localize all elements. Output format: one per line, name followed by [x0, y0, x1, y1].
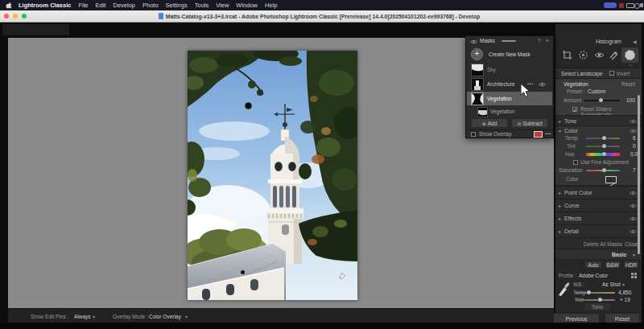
basic-tint-slider[interactable] — [575, 299, 615, 301]
show-overlay-checkbox[interactable] — [471, 132, 476, 137]
apple-icon[interactable] — [6, 2, 12, 9]
bw-button[interactable]: B&W — [605, 261, 621, 269]
control-center-icon[interactable] — [634, 3, 640, 9]
tint-value[interactable]: 0 — [633, 143, 636, 149]
hdr-button[interactable]: HDR — [623, 261, 639, 269]
menu-settings[interactable]: Settings — [166, 2, 188, 9]
edit-pin[interactable] — [241, 270, 245, 274]
heal-tool-icon[interactable] — [578, 50, 588, 60]
masks-drag-handle[interactable] — [502, 40, 516, 42]
menu-file[interactable]: File — [78, 2, 88, 9]
basic-collapse-icon[interactable]: ▾ — [633, 252, 635, 257]
subtract-icon: ⊖ — [517, 121, 521, 126]
amount-value[interactable]: 100 — [626, 97, 635, 103]
curve-eye-icon[interactable] — [630, 204, 637, 208]
battery-icon[interactable] — [626, 3, 634, 8]
status-red-icon[interactable] — [619, 3, 624, 8]
screen-recording-indicator[interactable] — [604, 2, 617, 8]
masks-eye-icon[interactable] — [470, 39, 477, 44]
close-window-button[interactable] — [4, 14, 9, 19]
amount-slider[interactable] — [584, 100, 620, 101]
color-eye-icon[interactable] — [630, 129, 637, 134]
menu-develop[interactable]: Develop — [113, 2, 135, 9]
mask-item-vegetation-selected[interactable]: Vegetation — [467, 92, 552, 105]
masks-dock-icon[interactable]: » — [546, 38, 549, 43]
menu-app-name[interactable]: Lightroom Classic — [19, 2, 71, 9]
add-mask-button[interactable]: ⊕ Add — [471, 118, 508, 128]
saturation-value[interactable]: 7 — [633, 167, 636, 173]
tone-eye-icon[interactable] — [630, 119, 637, 124]
show-edit-pins-dropdown[interactable]: Always — [74, 314, 91, 319]
auto-button[interactable]: Auto — [584, 261, 602, 269]
menu-view[interactable]: View — [216, 2, 229, 9]
section-tone[interactable]: ▸ Tone — [555, 115, 642, 125]
section-point-color[interactable]: ▸ Point Color — [555, 186, 642, 199]
tint-slider[interactable] — [586, 146, 620, 147]
point-color-eye-icon[interactable] — [630, 191, 637, 195]
overlay-mode-dropdown[interactable]: Color Overlay — [149, 314, 181, 319]
minimize-window-button[interactable] — [13, 14, 18, 19]
basic-temp-value[interactable]: 4,850 — [618, 290, 631, 295]
basic-tint-value[interactable]: + 19 — [620, 297, 630, 302]
masking-tool-icon[interactable] — [625, 50, 635, 60]
create-new-mask-button[interactable]: + — [471, 48, 483, 60]
mask-subitem-vegetation[interactable]: Vegetation — [466, 106, 553, 117]
menu-tools[interactable]: Tools — [195, 2, 209, 9]
tone-subsection-label: Tone — [584, 303, 610, 310]
fine-adjustment-checkbox[interactable] — [573, 160, 578, 165]
overlay-color-swatch[interactable] — [534, 131, 543, 138]
histogram-panel-header[interactable]: Histogram — [596, 39, 621, 44]
temp-slider[interactable] — [586, 138, 620, 139]
temp-label: Temp — [565, 135, 578, 141]
section-detail[interactable]: ▸ Detail — [555, 224, 642, 237]
wb-value-dropdown[interactable]: As Shot — [602, 282, 621, 287]
hue-slider[interactable] — [586, 153, 620, 156]
section-curve[interactable]: ▸ Curve — [555, 199, 642, 212]
profile-value-dropdown[interactable]: Adobe Color — [579, 273, 608, 278]
remove-tool-icon[interactable] — [609, 50, 619, 60]
mask-item-architecture[interactable]: Architecture ••• — [466, 77, 553, 91]
profile-browser-icon[interactable] — [631, 273, 637, 278]
overlay-more-options-icon[interactable]: ••• — [545, 131, 551, 136]
masks-help-icon[interactable]: ? — [538, 38, 541, 43]
menu-help[interactable]: Help — [265, 2, 277, 9]
mask-item-sky[interactable]: Sky — [466, 63, 553, 76]
mask-thumbnail — [477, 107, 488, 117]
basic-panel-header[interactable]: Basic ▾ — [555, 249, 642, 259]
red-eye-tool-icon[interactable] — [594, 50, 605, 60]
preset-value-dropdown[interactable]: Custom — [588, 88, 605, 94]
basic-temp-slider[interactable] — [575, 292, 615, 294]
subtract-button-label: Subtract — [522, 121, 542, 126]
delete-all-masks-button[interactable]: Delete All Masks — [584, 241, 622, 247]
select-landscape-bar[interactable]: Select Landscape Invert — [555, 68, 642, 78]
detail-eye-icon[interactable] — [630, 229, 637, 234]
chevron-down-icon: ▾ — [185, 314, 188, 319]
menu-window[interactable]: Window — [236, 2, 258, 9]
mouse-cursor — [520, 83, 531, 99]
temp-value[interactable]: 6 — [633, 135, 636, 141]
photo-church-steeple[interactable] — [188, 51, 357, 300]
invert-checkbox[interactable] — [609, 71, 614, 76]
mask-reset-button[interactable]: Reset — [621, 81, 635, 87]
color-swatch[interactable] — [605, 176, 617, 183]
tone-section-label: Tone — [564, 118, 576, 124]
hue-value[interactable]: 0.0 — [630, 151, 638, 157]
subtract-mask-button[interactable]: ⊖ Subtract — [511, 118, 548, 128]
saturation-slider[interactable] — [586, 170, 620, 171]
crop-tool-icon[interactable] — [562, 50, 572, 60]
reset-sliders-checkbox[interactable] — [572, 107, 577, 112]
close-masking-button[interactable]: Close — [625, 241, 638, 247]
edit-pin[interactable] — [245, 102, 252, 109]
add-button-label: Add — [488, 121, 497, 126]
white-balance-eyedropper-icon[interactable] — [557, 281, 570, 297]
menu-edit[interactable]: Edit — [96, 2, 106, 9]
menu-photo[interactable]: Photo — [142, 2, 159, 9]
basic-header-label: Basic — [612, 252, 627, 257]
section-effects[interactable]: ▸ Effects — [555, 212, 642, 224]
show-edit-pins-label: Show Edit Pins : — [31, 314, 68, 319]
siri-icon[interactable] — [640, 3, 643, 7]
right-panel-scrollbar[interactable] — [638, 95, 640, 254]
mask-visibility-eye-icon[interactable] — [539, 82, 546, 87]
effects-eye-icon[interactable] — [630, 216, 637, 221]
histogram-collapse-arrow-icon[interactable]: ◀ — [633, 39, 637, 44]
